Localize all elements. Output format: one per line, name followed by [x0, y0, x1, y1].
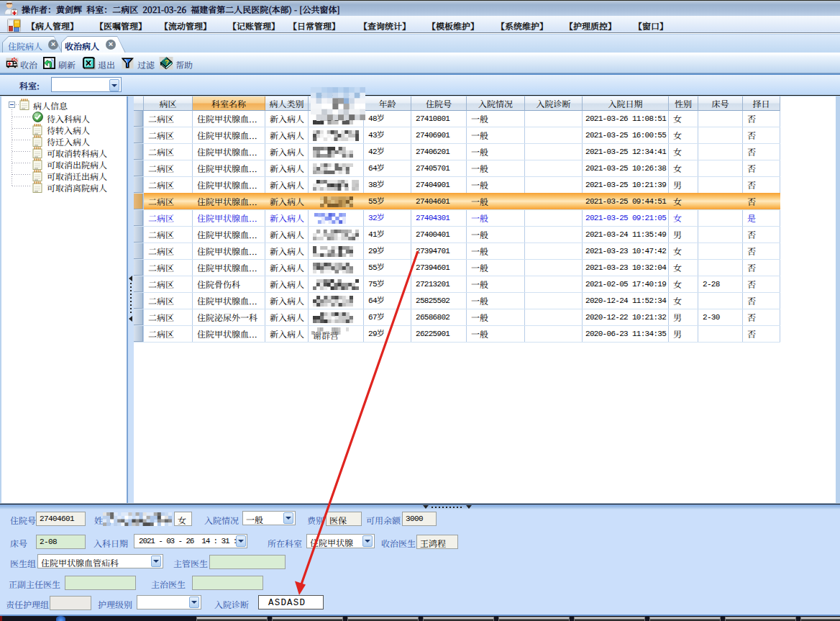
svg-text:?: ?: [165, 58, 170, 66]
